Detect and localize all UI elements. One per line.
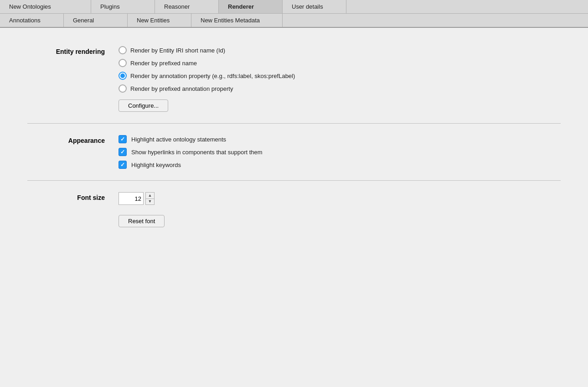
radio-annotation[interactable] (119, 72, 127, 80)
main-content: Entity rendering Render by Entity IRI sh… (0, 28, 588, 387)
radio-prefixed[interactable] (119, 59, 127, 67)
font-size-section: Font size ▲ ▼ Reset font (27, 192, 561, 227)
checkbox-option-highlight-keywords[interactable]: Highlight keywords (119, 161, 263, 169)
font-size-label: Font size (27, 192, 119, 201)
appearance-label: Appearance (27, 135, 119, 144)
checkbox-highlight-active-label: Highlight active ontology statements (131, 136, 226, 143)
checkbox-option-highlight-active[interactable]: Highlight active ontology statements (119, 135, 263, 143)
font-size-row: ▲ ▼ (119, 192, 165, 205)
appearance-options: Highlight active ontology statements Sho… (119, 135, 263, 169)
checkbox-hyperlinks[interactable] (119, 148, 127, 156)
divider-1 (27, 123, 561, 124)
tab-new-entities-metadata[interactable]: New Entities Metadata (191, 14, 283, 27)
appearance-section: Appearance Highlight active ontology sta… (27, 135, 561, 169)
font-size-content: ▲ ▼ Reset font (119, 192, 165, 227)
radio-prefixed-annotation-label: Render by prefixed annotation property (130, 85, 233, 92)
radio-prefixed-label: Render by prefixed name (130, 60, 197, 67)
tab-user-details[interactable]: User details (283, 0, 346, 13)
tab-plugins[interactable]: Plugins (91, 0, 155, 13)
tab-annotations[interactable]: Annotations (0, 14, 64, 27)
radio-option-iri[interactable]: Render by Entity IRI short name (Id) (119, 46, 295, 54)
tab-new-ontologies[interactable]: New Ontologies (0, 0, 91, 13)
checkbox-highlight-keywords[interactable] (119, 161, 127, 169)
configure-button[interactable]: Configure... (119, 99, 168, 112)
checkbox-highlight-keywords-label: Highlight keywords (131, 162, 181, 168)
checkbox-option-hyperlinks[interactable]: Show hyperlinks in components that suppo… (119, 148, 263, 156)
tab-renderer[interactable]: Renderer (219, 0, 283, 13)
tab-general[interactable]: General (64, 14, 128, 27)
radio-option-prefixed[interactable]: Render by prefixed name (119, 59, 295, 67)
entity-rendering-options: Render by Entity IRI short name (Id) Ren… (119, 46, 295, 112)
reset-font-button[interactable]: Reset font (119, 215, 165, 227)
tab-new-entities[interactable]: New Entities (128, 14, 191, 27)
checkbox-hyperlinks-label: Show hyperlinks in components that suppo… (131, 149, 263, 156)
checkbox-highlight-active[interactable] (119, 135, 127, 143)
radio-iri-label: Render by Entity IRI short name (Id) (130, 47, 225, 54)
radio-prefixed-annotation[interactable] (119, 84, 127, 93)
spinner-up-icon[interactable]: ▲ (146, 193, 154, 199)
entity-rendering-label: Entity rendering (27, 46, 119, 55)
radio-option-prefixed-annotation[interactable]: Render by prefixed annotation property (119, 84, 295, 93)
font-size-spinner[interactable]: ▲ ▼ (145, 192, 155, 205)
radio-iri[interactable] (119, 46, 127, 54)
divider-2 (27, 180, 561, 181)
entity-rendering-section: Entity rendering Render by Entity IRI sh… (27, 46, 561, 112)
radio-option-annotation[interactable]: Render by annotation property (e.g., rdf… (119, 72, 295, 80)
spinner-down-icon[interactable]: ▼ (146, 199, 154, 205)
tab-reasoner[interactable]: Reasoner (155, 0, 219, 13)
radio-annotation-label: Render by annotation property (e.g., rdf… (130, 73, 295, 79)
font-size-input[interactable] (119, 192, 144, 205)
